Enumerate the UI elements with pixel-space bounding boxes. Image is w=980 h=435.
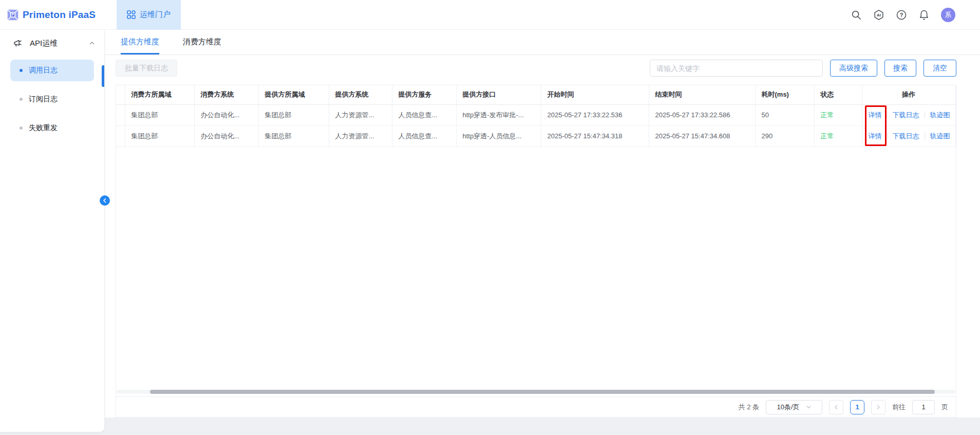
action-detail-link[interactable]: 详情: [869, 111, 882, 119]
table-body: 集团总部办公自动化...集团总部人力资源管...人员信息查...http穿透-发…: [116, 104, 955, 147]
table-cell-actions: 详情下载日志轨迹图: [862, 125, 955, 147]
content-area: 批量下载日志 高级搜索 搜索 清空 消费方所属域消费方系统提供方所属域提供方系统…: [105, 55, 980, 418]
action-download-log-link[interactable]: 下载日志: [893, 132, 919, 140]
table-cell-status: 正常: [814, 104, 862, 125]
batch-download-logs-button[interactable]: 批量下载日志: [116, 60, 177, 77]
top-header: P Primeton iPaaS 运维门户 AI ? 系: [0, 0, 980, 30]
sidebar-active-indicator: [102, 65, 104, 87]
table-cell: http穿透-发布审批-...: [456, 104, 541, 125]
table-cell-actions: 详情下载日志轨迹图: [862, 104, 955, 125]
toolbar-search-group: 高级搜索 搜索 清空: [650, 60, 956, 77]
bullet-dot-icon: [20, 98, 23, 101]
table-cell: 人力资源管...: [329, 104, 392, 125]
ai-assistant-icon[interactable]: AI: [873, 9, 884, 21]
keyword-search-input[interactable]: [650, 60, 823, 77]
svg-text:P: P: [12, 13, 14, 16]
dimension-tab-bar: 提供方维度消费方维度: [105, 30, 980, 55]
action-detail-link[interactable]: 详情: [869, 132, 882, 140]
bullet-dot-icon: [20, 69, 23, 72]
search-icon[interactable]: [851, 9, 862, 21]
table-cell: 集团总部: [258, 104, 329, 125]
megaphone-icon: [13, 39, 23, 48]
notification-bell-icon[interactable]: [918, 9, 930, 21]
total-count-label: 共 2 条: [739, 403, 759, 412]
sidebar-item-label: 失败重发: [29, 123, 58, 133]
call-log-table: 消费方所属域消费方系统提供方所属域提供方系统提供方服务提供方接口开始时间结束时间…: [116, 85, 956, 147]
chevron-right-icon: [876, 405, 881, 410]
table-cell: http穿透-人员信息...: [456, 125, 541, 147]
toolbar: 批量下载日志 高级搜索 搜索 清空: [116, 60, 956, 77]
column-header: 提供方系统: [329, 85, 392, 104]
log-table-frame: 消费方所属域消费方系统提供方所属域提供方系统提供方服务提供方接口开始时间结束时间…: [116, 85, 956, 418]
table-cell: 人力资源管...: [329, 125, 392, 147]
clear-button[interactable]: 清空: [924, 60, 956, 77]
column-header: 状态: [814, 85, 862, 104]
table-cell-status: 正常: [814, 125, 862, 147]
current-page-button[interactable]: 1: [850, 400, 864, 414]
sidebar-item-label: 订阅日志: [29, 95, 58, 104]
sidebar-collapse-button[interactable]: [100, 195, 110, 206]
table-cell: 办公自动化...: [194, 104, 258, 125]
primeton-logo-icon: P: [7, 9, 18, 21]
portal-tab-label: 运维门户: [140, 10, 171, 20]
portal-tab-ops[interactable]: 运维门户: [117, 0, 181, 30]
column-header: 结束时间: [649, 85, 755, 104]
table-cell: 集团总部: [258, 125, 329, 147]
sidebar-item-call-logs[interactable]: 调用日志: [10, 60, 94, 81]
main-panel: 提供方维度消费方维度 批量下载日志 高级搜索 搜索 清空 消费方所属域消费方系统…: [105, 30, 980, 418]
action-separator: [887, 112, 888, 118]
sidebar-item-subscription-logs[interactable]: 订阅日志: [10, 88, 94, 110]
sidebar: API运维 调用日志订阅日志失败重发: [0, 30, 105, 432]
prev-page-button[interactable]: [829, 400, 843, 414]
header-icons: AI ? 系: [851, 8, 980, 22]
table-header-row: 消费方所属域消费方系统提供方所属域提供方系统提供方服务提供方接口开始时间结束时间…: [116, 85, 955, 104]
tab-provider-dimension[interactable]: 提供方维度: [121, 30, 159, 55]
page-unit-label: 页: [941, 403, 948, 412]
horizontal-scrollbar-thumb[interactable]: [150, 390, 935, 394]
brand-area: P Primeton iPaaS: [0, 9, 117, 21]
table-cell: 办公自动化...: [194, 125, 258, 147]
status-badge: 正常: [821, 111, 834, 119]
action-separator: [887, 133, 888, 139]
table-cell: 50: [755, 104, 814, 125]
advanced-search-button[interactable]: 高级搜索: [830, 60, 877, 77]
table-cell: 2025-05-27 17:33:22.536: [541, 104, 649, 125]
goto-page-input[interactable]: [912, 400, 935, 414]
action-trace-link[interactable]: 轨迹图: [930, 111, 950, 119]
chevron-left-icon: [102, 198, 107, 203]
column-header: 开始时间: [541, 85, 649, 104]
page-size-value: 10条/页: [777, 403, 799, 412]
table-row: 集团总部办公自动化...集团总部人力资源管...人员信息查...http穿透-人…: [116, 125, 955, 147]
table-cell: 2025-05-27 17:33:22.586: [649, 104, 755, 125]
column-header: 提供方所属域: [258, 85, 329, 104]
page-size-select[interactable]: 10条/页: [766, 400, 822, 414]
sidebar-section-label: API运维: [30, 39, 58, 48]
sidebar-item-label: 调用日志: [29, 66, 58, 75]
table-cell: 290: [755, 125, 814, 147]
column-header: 操作: [862, 85, 955, 104]
table-cell: 集团总部: [125, 104, 194, 125]
chevron-up-icon: [89, 40, 95, 46]
grid-icon: [127, 10, 136, 19]
goto-label: 前往: [892, 403, 906, 412]
column-header: 消费方所属域: [125, 85, 194, 104]
action-trace-link[interactable]: 轨迹图: [930, 132, 950, 140]
table-cell: 2025-05-27 15:47:34.318: [541, 125, 649, 147]
action-separator: [925, 133, 925, 139]
tab-consumer-dimension[interactable]: 消费方维度: [183, 30, 221, 55]
sidebar-item-failure-resend[interactable]: 失败重发: [10, 117, 94, 139]
svg-text:?: ?: [900, 12, 903, 18]
status-badge: 正常: [821, 132, 834, 140]
action-download-log-link[interactable]: 下载日志: [893, 111, 919, 119]
next-page-button[interactable]: [871, 400, 885, 414]
action-separator: [925, 112, 925, 118]
user-avatar[interactable]: 系: [941, 8, 955, 22]
sidebar-section-api-ops[interactable]: API运维: [0, 30, 104, 57]
column-header: 耗时(ms): [755, 85, 814, 104]
svg-text:AI: AI: [877, 13, 881, 17]
pagination-bar: 共 2 条 10条/页 1 前: [116, 396, 956, 417]
column-header: 提供方服务: [392, 85, 456, 104]
table-cell: 集团总部: [125, 125, 194, 147]
help-icon[interactable]: ?: [896, 9, 907, 21]
search-button[interactable]: 搜索: [884, 60, 916, 77]
